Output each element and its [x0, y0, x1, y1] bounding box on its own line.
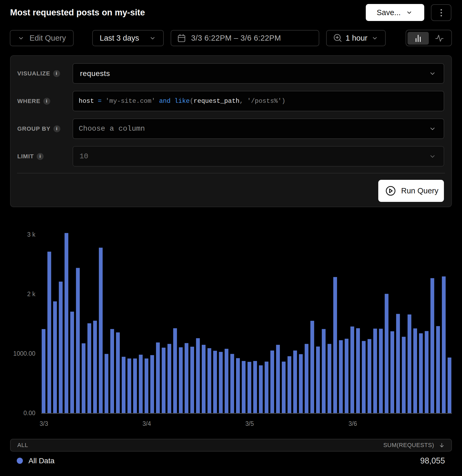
svg-text:3/3: 3/3	[40, 420, 48, 427]
svg-text:1000.00: 1000.00	[13, 350, 35, 357]
svg-text:3/5: 3/5	[245, 420, 254, 427]
svg-text:3 k: 3 k	[27, 231, 35, 238]
svg-text:2 k: 2 k	[27, 291, 35, 298]
svg-text:3/6: 3/6	[348, 420, 357, 427]
svg-text:3/4: 3/4	[142, 420, 151, 427]
svg-text:0.00: 0.00	[23, 410, 35, 416]
